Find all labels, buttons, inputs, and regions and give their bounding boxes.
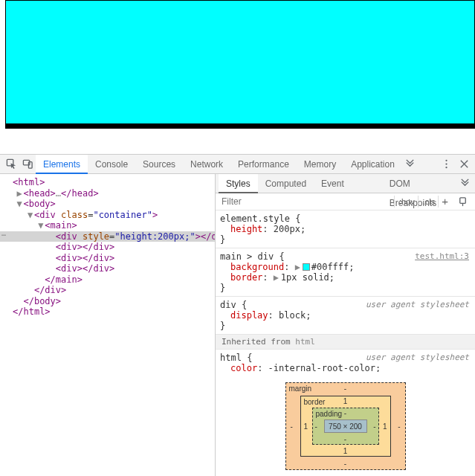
styles-pane: StylesComputedEvent ListenersDOM Breakpo…: [216, 174, 475, 476]
rule-source-link[interactable]: test.html:3: [415, 251, 469, 261]
dom-line[interactable]: ▼<body>: [0, 199, 215, 210]
tab-elements[interactable]: Elements: [36, 155, 88, 174]
dom-line[interactable]: ▼<main>: [0, 220, 215, 231]
dom-line[interactable]: <html>: [0, 177, 215, 188]
svg-point-3: [445, 160, 447, 161]
styles-rules-list[interactable]: element.style {height: 200px;}test.html:…: [216, 210, 475, 372]
dom-line[interactable]: <div></div>: [0, 253, 215, 264]
devtools-tabstrip: ElementsConsoleSourcesNetworkPerformance…: [0, 155, 475, 174]
box-model-diagram[interactable]: margin - - - - border 1 1 1 1 paddin: [216, 372, 475, 476]
device-toggle-icon[interactable]: [19, 156, 36, 173]
dom-line[interactable]: </body>: [0, 296, 215, 307]
dom-line[interactable]: ▼<div class="container">: [0, 210, 215, 221]
new-style-rule-button[interactable]: +: [438, 196, 451, 208]
subtab-event-listeners[interactable]: Event Listeners: [314, 174, 382, 193]
dom-line[interactable]: <div></div>: [0, 263, 215, 274]
dom-selection-ellipsis: …: [0, 229, 6, 237]
tab-console[interactable]: Console: [88, 155, 135, 174]
close-icon[interactable]: [456, 156, 472, 173]
svg-rect-6: [459, 197, 465, 203]
preview-colored-box: [5, 0, 475, 124]
box-model-content-size: 750 × 200: [329, 422, 362, 431]
box-model-padding-label: padding: [316, 410, 343, 418]
ua-stylesheet-label: user agent stylesheet: [366, 300, 469, 309]
more-tabs-chevron-icon[interactable]: [402, 156, 419, 173]
cls-toggle[interactable]: .cls: [418, 196, 436, 208]
tab-network[interactable]: Network: [183, 155, 230, 174]
tab-performance[interactable]: Performance: [230, 155, 297, 174]
style-rule[interactable]: user agent stylesheetdiv {display: block…: [216, 297, 475, 335]
box-model-content: 750 × 200: [324, 419, 367, 433]
dom-line[interactable]: </div>: [0, 285, 215, 296]
svg-point-4: [445, 163, 447, 164]
svg-point-5: [445, 167, 447, 168]
tab-application[interactable]: Application: [343, 155, 402, 174]
subtab-computed[interactable]: Computed: [258, 174, 314, 193]
preview-black-bar: [5, 124, 475, 129]
tab-sources[interactable]: Sources: [135, 155, 183, 174]
dom-line[interactable]: </main>: [0, 274, 215, 286]
inspect-icon[interactable]: [3, 156, 19, 173]
subtab-dom-breakpoints[interactable]: DOM Breakpoints: [382, 174, 458, 193]
devtools-panel: ElementsConsoleSourcesNetworkPerformance…: [0, 154, 475, 476]
style-rule[interactable]: user agent stylesheethtml {color: -inter…: [216, 350, 475, 372]
style-rule[interactable]: test.html:3main > div {background: ▶#00f…: [216, 248, 475, 297]
styles-pin-icon[interactable]: [454, 196, 471, 208]
inherited-from-bar: Inherited from html: [216, 335, 475, 350]
dom-tree-pane[interactable]: … <html> ▶<head>…</head> ▼<body> ▼<div c…: [0, 174, 216, 476]
styles-filter-input[interactable]: [216, 193, 390, 210]
dom-line[interactable]: </html>: [0, 306, 215, 318]
box-model-margin-label: margin: [289, 385, 312, 393]
style-rule[interactable]: element.style {height: 200px;}: [216, 210, 475, 248]
subtab-styles[interactable]: Styles: [219, 174, 258, 193]
tab-memory[interactable]: Memory: [297, 155, 343, 174]
kebab-menu-icon[interactable]: [438, 156, 454, 173]
styles-filter-row: :hov .cls +: [216, 193, 475, 210]
hov-toggle[interactable]: :hov: [394, 196, 415, 208]
more-subtabs-chevron-icon[interactable]: [458, 176, 472, 192]
page-preview: [0, 0, 475, 132]
dom-line[interactable]: ▶<head>…</head>: [0, 188, 215, 199]
ua-stylesheet-label: user agent stylesheet: [366, 353, 469, 362]
styles-subtabs: StylesComputedEvent ListenersDOM Breakpo…: [216, 174, 475, 193]
dom-line[interactable]: <div style="height:200px;"></div> == $0: [0, 231, 215, 242]
box-model-border-label: border: [304, 398, 326, 406]
dom-line[interactable]: <div></div>: [0, 242, 215, 253]
